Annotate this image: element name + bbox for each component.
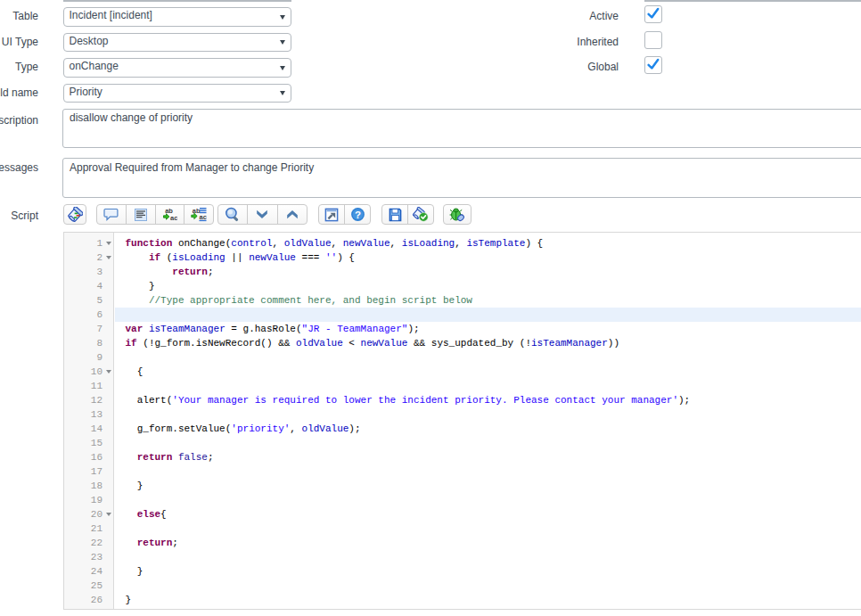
svg-text:ac: ac <box>170 214 177 222</box>
svg-text:?: ? <box>354 209 360 220</box>
svg-text:ac: ac <box>200 213 207 221</box>
